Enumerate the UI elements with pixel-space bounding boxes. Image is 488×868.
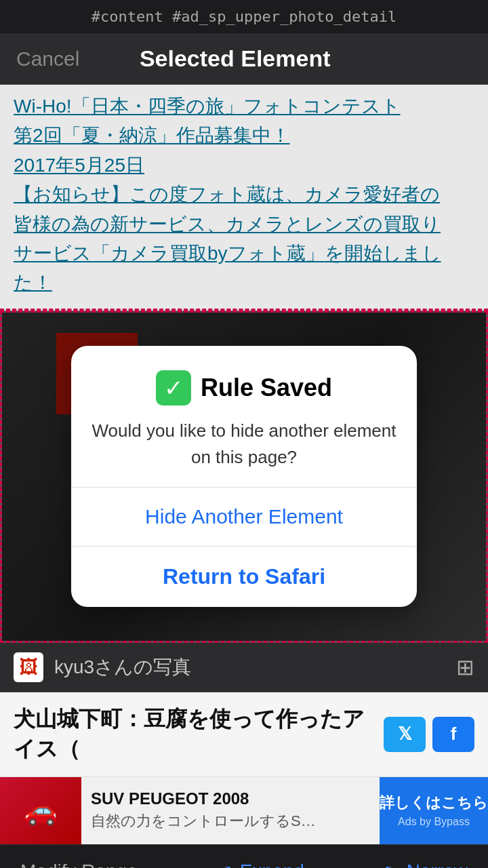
modal-overlay: ✓ Rule Saved Would you like to hide anot… [2, 313, 486, 641]
modal-header: ✓ Rule Saved Would you like to hide anot… [71, 346, 417, 487]
narrow-button[interactable]: ⤡ Narrow [383, 860, 468, 868]
twitter-button[interactable]: 𝕏 [384, 717, 426, 752]
ad-bypass-text: Ads by Bypass [398, 816, 470, 828]
modify-range-label: Modify Range [20, 861, 138, 868]
gallery-label: kyu3さんの写真 [54, 654, 445, 680]
ad-description: 自然の力をコントロールするSUV。特設サイトでスペシャルムービー公... [91, 811, 321, 831]
page-title: Selected Element [79, 45, 390, 72]
content-area: Wi-Ho!「日本・四季の旅」フォトコンテスト 第2回「夏・納涼」作品募集中！ … [0, 85, 488, 311]
narrow-label: Narrow [407, 861, 468, 868]
cancel-button[interactable]: Cancel [16, 47, 79, 71]
narrow-icon: ⤡ [383, 860, 400, 868]
twitter-icon: 𝕏 [398, 724, 412, 745]
gallery-icon: 🖼 [14, 652, 43, 682]
ad-thumbnail: 🚗 [0, 777, 81, 844]
ad-cta-text: 詳しくはこちら [380, 793, 488, 813]
check-symbol: ✓ [164, 374, 183, 401]
modal-dialog: ✓ Rule Saved Would you like to hide anot… [71, 346, 417, 607]
ad-cta-button[interactable]: 詳しくはこちら Ads by Bypass [380, 777, 488, 844]
headline-bar: 犬山城下町：豆腐を使って作ったアイス（ 𝕏 f [0, 692, 488, 776]
modal-subtitle: Would you like to hide another element o… [92, 418, 396, 471]
highlight-zone: ▶ byフォト蔵 › ✓ Rule Saved Would you like t… [0, 311, 488, 643]
modify-range-button[interactable]: Modify Range [20, 861, 138, 868]
content-text: Wi-Ho!「日本・四季の旅」フォトコンテスト 第2回「夏・納涼」作品募集中！ … [14, 92, 474, 298]
bottom-toolbar: Modify Range ⤢ Expand ⤡ Narrow [0, 844, 488, 868]
ad-banner[interactable]: 🚗 SUV PEUGEOT 2008 自然の力をコントロールするSUV。特設サイ… [0, 776, 488, 844]
selector-bar: #content #ad_sp_upper_photo_detail [0, 0, 488, 33]
modal-title: Rule Saved [201, 374, 332, 402]
grid-icon: ⊞ [456, 654, 474, 680]
hide-another-button[interactable]: Hide Another Element [71, 488, 417, 546]
modal-icon-row: ✓ Rule Saved [92, 370, 396, 406]
gallery-symbol: 🖼 [19, 656, 38, 678]
selector-text: #content #ad_sp_upper_photo_detail [92, 8, 396, 25]
facebook-button[interactable]: f [432, 717, 474, 752]
header: Cancel Selected Element [0, 33, 488, 85]
expand-icon: ⤢ [216, 860, 233, 868]
expand-label: Expand [240, 861, 304, 868]
social-icons: 𝕏 f [384, 717, 474, 752]
gallery-bar: 🖼 kyu3さんの写真 ⊞ [0, 643, 488, 692]
ad-title: SUV PEUGEOT 2008 [91, 789, 370, 808]
facebook-icon: f [451, 724, 457, 745]
expand-button[interactable]: ⤢ Expand [216, 860, 304, 868]
return-to-safari-button[interactable]: Return to Safari [71, 547, 417, 607]
ad-content: SUV PEUGEOT 2008 自然の力をコントロールするSUV。特設サイトで… [81, 777, 380, 844]
headline-text: 犬山城下町：豆腐を使って作ったアイス（ [14, 705, 384, 764]
checkmark-icon: ✓ [156, 370, 191, 406]
